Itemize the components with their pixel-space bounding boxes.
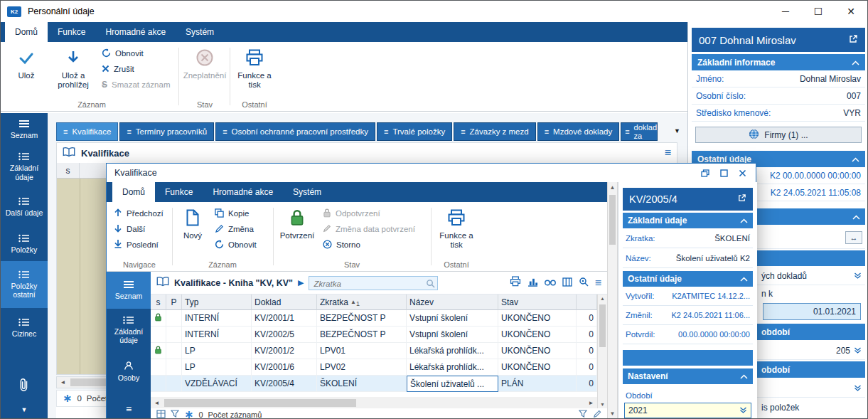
fit-width-button[interactable]: ↔ [845,231,862,244]
tab-trvale-polozky[interactable]: ≡Trvalé položky [377,122,452,141]
combo-icon[interactable] [739,405,747,415]
ribbon-tab-home[interactable]: Domů [5,22,48,42]
maximize-icon[interactable] [716,166,732,179]
search-settings-icon[interactable] [579,277,589,290]
sidebar-item-zakladni-udaje[interactable]: Základní údaje [1,147,48,187]
dialog-sidebar-item-seznam[interactable]: Seznam [107,272,151,309]
dialog-tab-home[interactable]: Domů [112,182,155,202]
section-basic-info[interactable]: Základní informace [692,54,865,70]
table-row[interactable]: LP KV/2001/6 LPV02 Lékařská prohlídk... … [151,359,597,376]
tab-doklady-za[interactable]: ≡doklady za [621,122,658,141]
column-header-doklad[interactable]: Doklad [252,295,317,310]
column-header-stav[interactable]: Stav [498,295,577,310]
menu-icon[interactable]: ≡ [595,277,601,290]
print-icon[interactable] [510,276,521,290]
section-menu-button[interactable]: ≡ [665,147,671,159]
scrollbar-thumb[interactable] [609,195,616,245]
period-combobox[interactable]: 2021 [624,403,751,418]
column-header[interactable] [80,163,107,178]
search-input[interactable] [309,277,437,290]
table-row-selected[interactable]: VZDĚLÁVACÍ KV/2005/4 ŠKOLENÍ Školení uži… [151,376,597,392]
sidebar-more-button[interactable]: ▼ [1,406,48,413]
last-button[interactable]: Poslední [114,238,159,252]
refresh-button[interactable]: Obnovit [102,46,144,60]
sidebar-item-cizinec[interactable]: Cizinec [1,308,48,348]
minimize-button[interactable]: ─ [769,1,802,22]
scroll-down-button[interactable]: ▼ [598,402,607,407]
column-header-p[interactable]: P [166,295,182,310]
storno-button[interactable]: Storno [323,238,360,252]
functions-print-button[interactable]: Funkce a tisk [234,46,275,90]
previous-button[interactable]: Předchozí [114,206,164,221]
tab-mzdove-doklady[interactable]: ≡Mzdové doklady [537,122,620,141]
binoculars-icon[interactable] [545,277,556,290]
scrollbar-thumb[interactable] [164,399,356,407]
change-confirm-date-button[interactable]: Změna data potvrzení [323,222,415,236]
section-basic[interactable]: Základní údaje [623,213,753,228]
dialog-functions-print-button[interactable]: Funkce a tisk [435,206,478,250]
expand-button[interactable]: ▶ [298,278,304,287]
columns-icon[interactable] [562,277,572,290]
maximize-button[interactable]: ☐ [802,1,835,22]
tab-terminy-pracovniku[interactable]: ≡Termíny pracovníků [119,122,214,141]
ribbon-tab-functions[interactable]: Funkce [48,22,95,42]
grid-icon[interactable] [156,410,166,419]
dialog-sidebar-menu-button[interactable]: ≡ [107,403,151,415]
pencil-icon[interactable] [593,410,601,419]
copy-button[interactable]: Kopie [215,206,249,221]
focused-cell[interactable]: Školení uživatelů ... [407,376,498,392]
column-header-nazev[interactable]: Název [407,295,498,310]
confirm-button[interactable]: Potvrzení [277,206,317,240]
column-header-s[interactable]: s [151,295,166,310]
dialog-sidebar-item-osoby[interactable]: Osoby [107,351,151,391]
combo-icon[interactable] [854,271,862,281]
section-other[interactable]: Ostatní údaje [623,271,753,287]
scroll-up-button[interactable]: ▲ [598,296,607,301]
dialog-tab-system[interactable]: Systém [283,182,331,202]
restore-icon[interactable] [697,166,713,179]
date-field[interactable]: 01.01.2021 [763,303,861,320]
open-external-icon[interactable] [737,193,746,205]
close-button[interactable]: ✕ [835,1,867,22]
attachments-button[interactable] [1,377,48,396]
invalidate-button[interactable]: Zneplatnění [183,46,227,80]
sidebar-item-seznam[interactable]: Seznam [1,113,48,147]
ribbon-tab-system[interactable]: Systém [176,22,224,42]
change-button[interactable]: Změna [215,222,254,236]
tab-kvalifikace[interactable]: ≡Kvalifikace [56,122,118,141]
firms-button[interactable]: Firmy (1) ... [695,127,862,143]
tab-overflow-button[interactable]: ▼ [674,127,680,134]
chart-icon[interactable] [527,277,538,290]
unconfirm-button[interactable]: Odpotvrzení [323,206,380,221]
filter-icon[interactable] [579,410,587,419]
cancel-button[interactable]: Zrušit [102,62,134,76]
column-header-zkratka[interactable]: Zkratka ▲ 1 [317,295,407,310]
tab-oopp[interactable]: ≡Osobní ochranné pracovní prostředky [215,122,375,141]
dialog-sidebar-item-zakladni-udaje[interactable]: Základní údaje [107,309,151,351]
new-button[interactable]: Nový [176,206,209,240]
filter-icon[interactable] [171,410,179,419]
column-header-s[interactable]: s [57,163,80,178]
save-button[interactable]: Ulož [8,46,45,80]
sidebar-item-polozky[interactable]: Položky [1,227,48,261]
save-and-view-button[interactable]: Ulož a prohlížej [48,46,99,90]
table-row[interactable]: INTERNÍ KV/2001/1 BEZPEČNOST P Vstupní š… [151,310,597,327]
sidebar-item-dalsi-udaje[interactable]: Další údaje [1,187,48,227]
tab-zavazky-z-mezd[interactable]: ≡Závazky z mezd [454,122,536,141]
scroll-left-button[interactable]: ◄ [151,397,163,408]
dialog-tab-functions[interactable]: Funkce [155,182,203,202]
table-row[interactable]: INTERNÍ KV/2002/5 BEZPEČNOST P Vstupní š… [151,327,597,343]
scroll-right-button[interactable]: ► [585,397,597,408]
section-settings[interactable]: Nastavení [623,368,753,384]
combo-icon[interactable] [854,383,862,393]
scroll-left-button[interactable]: ◄ [57,377,69,388]
section-header-empty[interactable] [623,350,753,366]
scroll-up-button[interactable]: ▲ [608,184,617,191]
dialog-tab-bulk-actions[interactable]: Hromadné akce [203,182,283,202]
sidebar-item-polozky-ostatni[interactable]: Položky ostatní [1,261,48,308]
close-icon[interactable] [734,166,750,179]
scrollbar-thumb[interactable] [599,304,606,347]
table-row[interactable]: LP KV/2001/2 LPV01 Lékařská prohlídk... … [151,343,597,359]
column-header-typ[interactable]: Typ [182,295,252,310]
dialog-refresh-button[interactable]: Obnovit [215,238,257,252]
